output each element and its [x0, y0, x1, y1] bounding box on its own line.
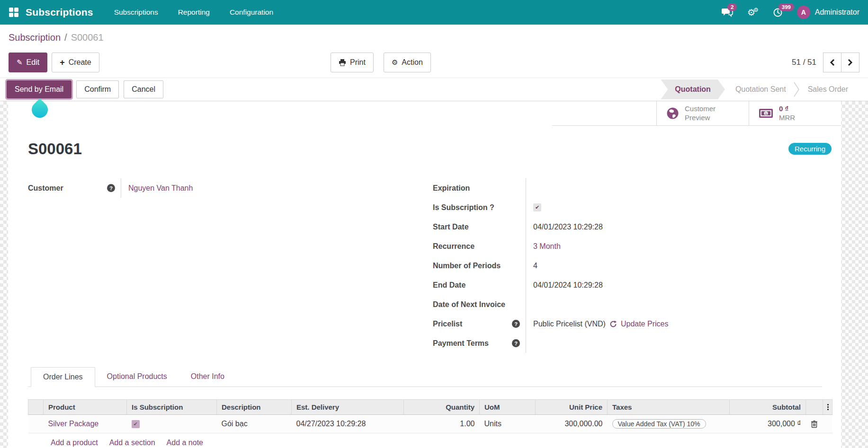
action-button[interactable]: ⚙ Action [384, 53, 431, 72]
row-is-subscription-checkbox [132, 420, 140, 428]
plus-icon: + [60, 58, 65, 67]
help-icon: ? [107, 184, 115, 192]
gear-icon: ⚙ [392, 58, 398, 67]
smart-button-box: Customer Preview 1 0 ₫ MRR [552, 101, 841, 126]
menu-subscriptions[interactable]: Subscriptions [114, 8, 158, 17]
activities-clock-icon[interactable]: 399 [773, 8, 783, 18]
field-groups: Customer ? Nguyen Van Thanh Expiration I… [8, 178, 841, 353]
field-is-subscription: Is Subscription ? [433, 198, 822, 217]
description-cell: Gói bạc [217, 415, 292, 433]
form-view-background: Customer Preview 1 0 ₫ MRR S [0, 101, 868, 448]
printer-icon [339, 59, 346, 66]
is-subscription-checkbox[interactable] [533, 203, 541, 211]
optional-columns-toggle[interactable] [823, 400, 832, 415]
svg-text:1: 1 [765, 112, 767, 116]
menu-configuration[interactable]: Configuration [230, 8, 273, 17]
notebook-tabs: Order Lines Optional Products Other Info [28, 367, 822, 387]
activities-count-badge: 399 [779, 3, 794, 11]
customer-link[interactable]: Nguyen Van Thanh [128, 184, 193, 193]
quantity-cell: 1.00 [404, 415, 480, 433]
app-title[interactable]: Subscriptions [26, 7, 93, 18]
add-a-product-link[interactable]: Add a product [51, 439, 98, 447]
is-subscription-column-header: Is Subscription [127, 400, 217, 415]
breadcrumb: Subscription / S00061 [0, 25, 868, 47]
product-link[interactable]: Silver Package [48, 420, 99, 428]
state-sales-order[interactable]: Sales Order [797, 85, 859, 94]
state-quotation[interactable]: Quotation [661, 79, 725, 99]
mrr-value: 0 ₫ [779, 105, 788, 113]
chevron-right-icon [848, 59, 853, 66]
trash-column-header [806, 400, 823, 415]
cancel-button[interactable]: Cancel [124, 80, 163, 98]
send-by-email-button[interactable]: Send by Email [7, 80, 72, 98]
settings-gears-icon[interactable]: ⚙ ⚙ [747, 8, 759, 17]
recurring-badge: Recurring [788, 143, 832, 155]
breadcrumb-current: S00061 [71, 32, 104, 43]
pager-count: 51 / 51 [792, 58, 816, 67]
chevron-left-icon [830, 59, 835, 66]
description-column-header: Description [217, 400, 292, 415]
taxes-column-header: Taxes [608, 400, 730, 415]
quantity-column-header: Quantity [404, 400, 480, 415]
pencil-icon: ✎ [17, 58, 23, 67]
row-handle-cell [28, 415, 44, 433]
order-line-row[interactable]: Silver Package Gói bạc 04/27/2023 10:29:… [28, 415, 832, 433]
start-date-value: 04/01/2023 10:29:28 [526, 223, 603, 231]
pager: 51 / 51 [792, 53, 859, 72]
unit-price-cell: 300,000.00 [536, 415, 608, 433]
messages-icon[interactable]: 2 [722, 8, 733, 17]
edit-button[interactable]: ✎ Edit [9, 53, 47, 72]
top-navbar: Subscriptions Subscriptions Reporting Co… [0, 0, 868, 25]
pager-previous-button[interactable] [823, 53, 841, 72]
field-start-date: Start Date 04/01/2023 10:29:28 [433, 217, 822, 237]
breadcrumb-parent[interactable]: Subscription [9, 32, 61, 43]
uom-cell: Units [480, 415, 536, 433]
subtotal-column-header: Subtotal [730, 400, 806, 415]
end-date-value: 04/01/2024 10:29:28 [526, 281, 603, 290]
handle-column-header [28, 400, 44, 415]
confirm-button[interactable]: Confirm [76, 80, 119, 98]
field-end-date: End Date 04/01/2024 10:29:28 [433, 275, 822, 295]
form-sheet: Customer Preview 1 0 ₫ MRR S [8, 101, 841, 448]
avatar: A [797, 6, 810, 19]
tab-order-lines[interactable]: Order Lines [31, 367, 95, 387]
unit-price-column-header: Unit Price [536, 400, 608, 415]
print-button[interactable]: Print [331, 53, 374, 72]
customer-preview-smart-button[interactable]: Customer Preview [656, 101, 749, 125]
globe-icon [666, 107, 679, 120]
state-quotation-sent[interactable]: Quotation Sent [725, 85, 796, 94]
field-recurrence: Recurrence 3 Month [433, 237, 822, 256]
mrr-smart-button[interactable]: 1 0 ₫ MRR [749, 101, 841, 125]
field-payment-terms: Payment Terms ? [433, 334, 822, 353]
order-lines-table: Product Is Subscription Description Est.… [28, 399, 822, 447]
breadcrumb-separator: / [64, 32, 67, 43]
field-customer: Customer ? Nguyen Van Thanh [28, 178, 433, 198]
apps-grid-icon[interactable] [9, 7, 19, 18]
control-panel: ✎ Edit + Create Print ⚙ Action 51 / 51 [0, 47, 868, 78]
pricelist-value: Public Pricelist (VND) [533, 320, 606, 328]
pager-next-button[interactable] [841, 53, 859, 72]
field-date-of-next-invoice: Date of Next Invoice [433, 295, 822, 314]
mrr-label: MRR [779, 114, 795, 122]
tax-badge: Value Added Tax (VAT) 10% [612, 419, 706, 429]
messages-count-badge: 2 [727, 3, 737, 11]
tab-other-info[interactable]: Other Info [179, 367, 236, 387]
user-menu[interactable]: A Administrator [797, 6, 859, 19]
subtotal-cell: 300,000 ₫ [730, 415, 806, 433]
table-header-row: Product Is Subscription Description Est.… [28, 400, 832, 415]
create-button[interactable]: + Create [52, 53, 99, 72]
trash-icon[interactable] [811, 420, 818, 428]
field-pricelist: Pricelist ? Public Pricelist (VND) Updat… [433, 314, 822, 334]
main-menu: Subscriptions Reporting Configuration [114, 8, 273, 17]
record-title: S00061 [28, 141, 82, 157]
tab-optional-products[interactable]: Optional Products [95, 367, 179, 387]
menu-reporting[interactable]: Reporting [178, 8, 210, 17]
add-a-note-link[interactable]: Add a note [167, 439, 203, 447]
recurrence-link[interactable]: 3 Month [533, 242, 561, 251]
update-prices-link[interactable]: Update Prices [621, 320, 669, 328]
field-number-of-periods: Number of Periods 4 [433, 256, 822, 275]
number-of-periods-value: 4 [526, 262, 537, 270]
add-a-section-link[interactable]: Add a section [109, 439, 155, 447]
help-icon: ? [512, 339, 520, 347]
banknote-icon: 1 [759, 108, 773, 118]
